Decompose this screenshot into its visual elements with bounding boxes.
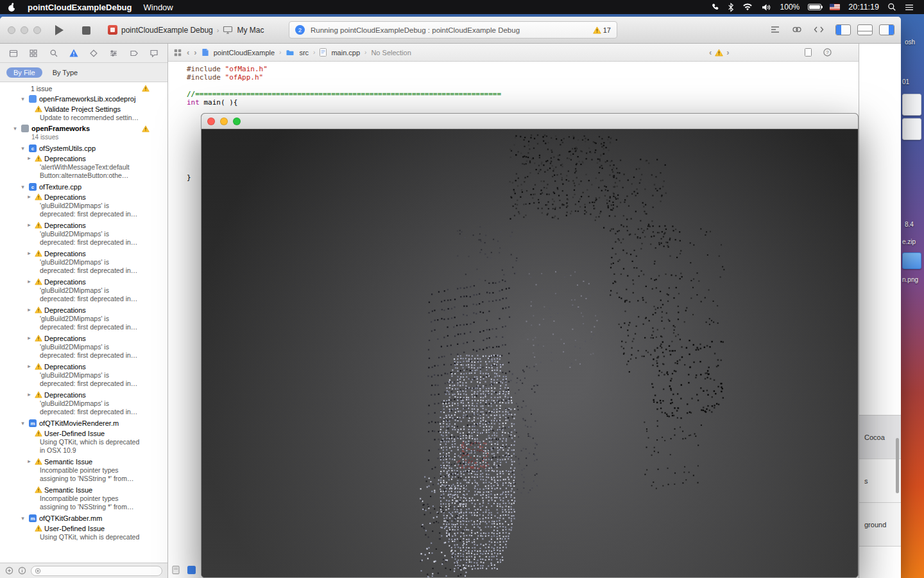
menu-bar-clock[interactable]: 20:11:19: [848, 3, 879, 12]
crumb-src[interactable]: src: [299, 49, 309, 57]
disclosure-icon[interactable]: ▾: [19, 144, 26, 153]
crumb-project[interactable]: pointCloudExample: [214, 49, 275, 57]
navigator-row[interactable]: 1 issue: [0, 83, 167, 94]
breakpoint-navigator-icon[interactable]: [129, 48, 139, 58]
version-editor-button[interactable]: [812, 24, 825, 35]
disclosure-icon[interactable]: ▸: [26, 306, 33, 314]
disclosure-icon[interactable]: ▾: [12, 125, 19, 133]
desktop-icon-label[interactable]: osh: [905, 39, 915, 46]
tab-by-file[interactable]: By File: [6, 67, 42, 78]
navigator-row[interactable]: ▸Deprecations: [0, 305, 167, 315]
no-edits-doc-icon[interactable]: [805, 48, 812, 57]
navigator-row[interactable]: ▾cofTexture.cpp: [0, 182, 167, 192]
tab-by-type[interactable]: By Type: [51, 67, 80, 78]
navigator-row[interactable]: 'gluBuild2DMipmaps' isdeprecated: first …: [0, 202, 167, 220]
help-icon[interactable]: ?: [823, 48, 832, 57]
disclosure-icon[interactable]: ▸: [26, 154, 33, 162]
navigator-row[interactable]: ▾openFrameworks14 issues: [0, 124, 167, 143]
warning-count[interactable]: 17: [593, 26, 611, 34]
editor-status-blue-icon[interactable]: [187, 566, 196, 574]
desktop-folder-icon[interactable]: [902, 252, 921, 269]
desktop-file-icon[interactable]: [902, 118, 921, 140]
navigator-row[interactable]: Incompatible pointer typesassigning to '…: [0, 495, 167, 513]
navigator-row[interactable]: Semantic Issue: [0, 485, 167, 495]
editor-status-doc-icon[interactable]: [172, 566, 180, 574]
debug-navigator-icon[interactable]: [108, 48, 119, 58]
navigator-row[interactable]: Update to recommended settin…: [0, 114, 167, 124]
issue-navigator-icon[interactable]: [69, 48, 79, 58]
desktop-icon-label[interactable]: 01: [902, 78, 909, 85]
navigator-row[interactable]: Validate Project Settings: [0, 104, 167, 114]
disclosure-icon[interactable]: ▸: [26, 249, 33, 258]
symbol-navigator-icon[interactable]: [28, 48, 38, 58]
handoff-phone-icon[interactable]: [710, 3, 719, 12]
bluetooth-icon[interactable]: [728, 3, 734, 12]
navigator-row[interactable]: ▸Deprecations: [0, 390, 167, 399]
minimize-button[interactable]: [220, 118, 228, 125]
library-item[interactable]: s: [859, 459, 901, 503]
disclosure-icon[interactable]: ▸: [26, 390, 33, 399]
navigator-row[interactable]: ▾cofSystemUtils.cpp: [0, 143, 167, 153]
navigator-row[interactable]: 'gluBuild2DMipmaps' isdeprecated: first …: [0, 399, 167, 418]
desktop-icon-label[interactable]: e.zip: [902, 238, 916, 245]
navigator-row[interactable]: ▸Deprecations: [0, 153, 167, 163]
next-issue-button[interactable]: ›: [726, 49, 729, 56]
navigator-row[interactable]: ▸Deprecations: [0, 220, 167, 230]
navigator-row[interactable]: 'gluBuild2DMipmaps' isdeprecated: first …: [0, 230, 167, 249]
navigator-row[interactable]: Incompatible pointer typesassigning to '…: [0, 466, 167, 485]
navigator-row[interactable]: 'gluBuild2DMipmaps' isdeprecated: first …: [0, 343, 167, 362]
desktop-icon-label[interactable]: n.png: [902, 276, 918, 283]
navigator-row[interactable]: ▾mofQTKitMovieRenderer.m: [0, 418, 167, 428]
stop-button[interactable]: [82, 26, 90, 35]
filter-input[interactable]: [31, 566, 162, 576]
back-button[interactable]: ‹: [187, 49, 189, 56]
navigator-row[interactable]: ▾openFrameworksLib.xcodeproj: [0, 94, 167, 104]
filter-errors-icon[interactable]: [5, 566, 13, 575]
run-button[interactable]: [55, 25, 64, 35]
disclosure-icon[interactable]: ▸: [26, 362, 33, 371]
navigator-row[interactable]: ▸Deprecations: [0, 192, 167, 202]
navigator-row[interactable]: 'alertWithMessageText:defaultButton:alte…: [0, 163, 167, 182]
crumb-file[interactable]: main.cpp: [331, 49, 360, 57]
navigator-row[interactable]: Using QTKit, which is deprecatedin OSX 1…: [0, 438, 167, 457]
navigator-row[interactable]: ▸Semantic Issue: [0, 457, 167, 466]
navigator-row[interactable]: 'gluBuild2DMipmaps' isdeprecated: first …: [0, 371, 167, 390]
disclosure-icon[interactable]: ▾: [19, 514, 26, 523]
navigator-row[interactable]: Using QTKit, which is deprecated: [0, 533, 167, 543]
battery-icon[interactable]: [808, 4, 821, 10]
zoom-button[interactable]: [233, 118, 241, 125]
apple-menu-icon[interactable]: [8, 3, 16, 12]
previous-issue-button[interactable]: ‹: [709, 49, 712, 56]
active-app-name[interactable]: pointCloudExampleDebug: [28, 3, 132, 12]
point-cloud-canvas[interactable]: [201, 129, 859, 578]
standard-editor-button[interactable]: [769, 24, 782, 35]
input-source-flag-icon[interactable]: [830, 4, 840, 10]
navigator-row[interactable]: User-Defined Issue: [0, 428, 167, 438]
disclosure-icon[interactable]: ▸: [26, 277, 33, 286]
utilities-toggle-button[interactable]: [879, 24, 894, 35]
scrollbar[interactable]: [896, 438, 899, 493]
disclosure-icon[interactable]: ▸: [26, 193, 33, 201]
close-button[interactable]: [8, 26, 15, 34]
crumb-selection[interactable]: No Selection: [371, 49, 411, 57]
navigator-row[interactable]: 'gluBuild2DMipmaps' isdeprecated: first …: [0, 258, 167, 277]
task-count-badge[interactable]: 2: [295, 25, 305, 35]
app-window-titlebar[interactable]: [201, 114, 858, 129]
navigator-toggle-button[interactable]: [835, 24, 851, 35]
library-item[interactable]: Cocoa: [859, 416, 901, 459]
desktop-icon-label[interactable]: 8.4: [905, 221, 914, 228]
navigator-row[interactable]: ▸Deprecations: [0, 333, 167, 343]
disclosure-icon[interactable]: ▾: [19, 183, 26, 191]
minimize-button[interactable]: [21, 26, 28, 34]
spotlight-icon[interactable]: [887, 3, 896, 12]
library-item[interactable]: ground: [859, 503, 901, 547]
disclosure-icon[interactable]: ▾: [19, 419, 26, 428]
project-navigator-icon[interactable]: [8, 48, 19, 58]
navigator-row[interactable]: 'gluBuild2DMipmaps' isdeprecated: first …: [0, 315, 167, 333]
navigator-row[interactable]: ▸Deprecations: [0, 362, 167, 371]
debug-area-toggle-button[interactable]: [857, 24, 873, 35]
forward-button[interactable]: ›: [194, 49, 196, 56]
menu-item-window[interactable]: Window: [144, 3, 173, 12]
notification-center-icon[interactable]: [905, 4, 914, 11]
navigator-row[interactable]: ▸Deprecations: [0, 277, 167, 286]
